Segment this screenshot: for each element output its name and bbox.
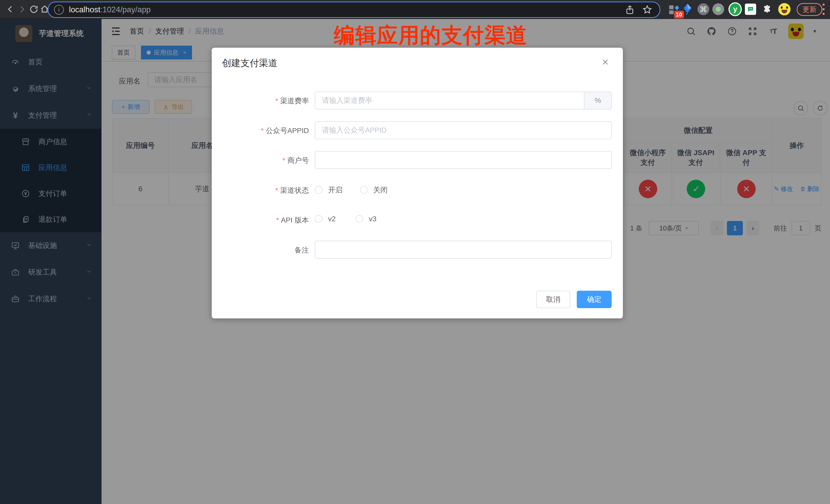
browser-back-icon[interactable] bbox=[5, 4, 16, 15]
extension-y-icon[interactable]: y bbox=[729, 3, 742, 16]
merchant-id-input[interactable] bbox=[315, 151, 612, 169]
extension-kite-icon[interactable] bbox=[681, 3, 694, 16]
extension-recorder-icon[interactable] bbox=[711, 3, 725, 16]
radio-circle-icon bbox=[360, 186, 368, 194]
field-label: *渠道状态 bbox=[212, 186, 309, 195]
form-row-api: *API 版本 v2 v3 bbox=[212, 215, 623, 224]
extension-chat-icon[interactable] bbox=[744, 3, 757, 16]
url-text[interactable]: localhost:1024/pay/app bbox=[69, 5, 151, 14]
share-icon[interactable] bbox=[625, 5, 635, 15]
browser-reload-icon[interactable] bbox=[28, 4, 39, 15]
radio-circle-icon bbox=[355, 215, 363, 223]
browser-update-button[interactable]: 更新 bbox=[797, 3, 822, 16]
extension-tabs-icon[interactable]: 10 bbox=[668, 3, 681, 16]
dialog-close-icon[interactable]: × bbox=[602, 56, 609, 68]
url-host: localhost bbox=[69, 5, 100, 14]
radio-circle-icon bbox=[315, 215, 322, 223]
screen: i localhost:1024/pay/app 10 ⌘ y bbox=[0, 0, 830, 504]
appid-input[interactable] bbox=[315, 121, 612, 139]
extensions-puzzle-icon[interactable] bbox=[761, 3, 774, 16]
required-asterisk: * bbox=[276, 216, 279, 224]
url-bar[interactable]: i localhost:1024/pay/app bbox=[48, 2, 660, 18]
required-asterisk: * bbox=[283, 156, 285, 164]
field-label: *渠道费率 bbox=[212, 96, 309, 106]
field-label: *商户号 bbox=[212, 156, 309, 165]
api-v3-radio[interactable]: v3 bbox=[355, 215, 377, 223]
field-label: *API 版本 bbox=[212, 215, 309, 225]
annotation-text: 编辑应用的支付渠道 bbox=[334, 22, 528, 50]
url-path: :1024/pay/app bbox=[100, 5, 151, 14]
browser-menu-icon[interactable] bbox=[822, 4, 825, 15]
percent-append: % bbox=[584, 92, 611, 109]
site-info-icon[interactable]: i bbox=[54, 5, 64, 14]
form-row-status: *渠道状态 开启 关闭 bbox=[212, 185, 623, 194]
confirm-button[interactable]: 确定 bbox=[577, 291, 612, 308]
browser-chrome: i localhost:1024/pay/app 10 ⌘ y bbox=[0, 0, 830, 19]
radio-circle-icon bbox=[315, 186, 322, 194]
rate-input-group: % bbox=[315, 92, 612, 109]
field-label: 备注 bbox=[212, 245, 309, 255]
required-asterisk: * bbox=[261, 127, 264, 134]
required-asterisk: * bbox=[275, 186, 278, 194]
dialog-title: 创建支付渠道 bbox=[222, 57, 277, 69]
remark-input[interactable] bbox=[315, 241, 612, 259]
browser-forward-icon[interactable] bbox=[17, 4, 28, 15]
bookmark-star-icon[interactable] bbox=[642, 5, 652, 15]
browser-profile-avatar[interactable] bbox=[778, 3, 791, 16]
required-asterisk: * bbox=[275, 97, 278, 105]
api-v2-radio[interactable]: v2 bbox=[315, 215, 336, 223]
extension-command-icon[interactable]: ⌘ bbox=[697, 3, 710, 16]
form-row-mchid: *商户号 bbox=[212, 151, 623, 169]
rate-input[interactable] bbox=[315, 92, 584, 109]
field-label: *公众号APPID bbox=[212, 126, 309, 136]
form-row-remark: 备注 bbox=[212, 241, 623, 259]
status-open-radio[interactable]: 开启 bbox=[315, 185, 343, 195]
create-channel-dialog: 创建支付渠道 × *渠道费率 % *公众号APPID *商户号 *渠道状态 开启… bbox=[212, 48, 623, 318]
status-closed-radio[interactable]: 关闭 bbox=[360, 185, 388, 195]
form-row-rate: *渠道费率 % bbox=[212, 92, 623, 109]
form-row-appid: *公众号APPID bbox=[212, 121, 623, 139]
cancel-button[interactable]: 取消 bbox=[536, 291, 570, 308]
